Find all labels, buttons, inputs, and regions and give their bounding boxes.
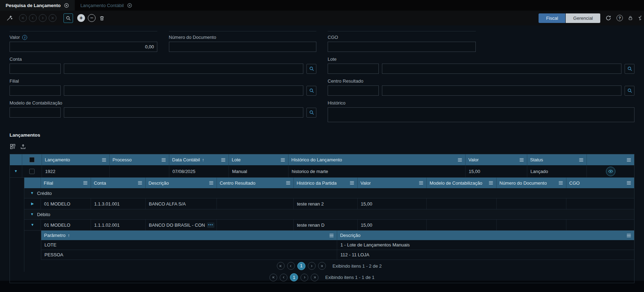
column-header-centro-resultado[interactable]: Centro Resultado [217,178,294,188]
fiscal-button[interactable]: Fiscal [539,13,565,23]
trash-icon[interactable] [99,15,105,21]
filial-code-input[interactable] [10,85,61,96]
add-button[interactable]: + [77,14,85,22]
column-header-historico[interactable]: Histórico do Lançamento [288,154,466,165]
debito-group-row[interactable]: ▼ Débito [24,209,634,220]
search-button[interactable] [63,13,73,23]
column-header-param-descricao[interactable]: Descrição [337,231,634,240]
column-header-historico-partida[interactable]: Histórico da Partida [294,178,358,188]
centro-resultado-lookup-button[interactable] [625,86,634,96]
column-header-descricao[interactable]: Descrição [146,178,217,188]
help-icon[interactable]: ? [616,15,623,21]
lote-lookup-button[interactable] [625,64,634,74]
conta-desc-input[interactable] [64,64,303,74]
previous-page-button[interactable] [287,262,295,270]
expand-row-icon[interactable]: ▶ [31,202,34,205]
column-menu-icon[interactable] [161,158,166,162]
column-menu-icon[interactable] [626,158,631,162]
tab-lancamento-contabil[interactable]: Lançamento Contábil [75,0,138,11]
info-icon[interactable]: i [22,35,27,40]
column-menu-icon[interactable] [519,158,524,162]
column-header-lote[interactable]: Lote [229,154,288,165]
modelo-desc-input[interactable] [64,107,303,118]
numero-documento-input[interactable] [169,42,317,52]
page-number-button[interactable]: 1 [297,262,305,270]
manage-columns-icon[interactable] [10,143,16,150]
column-menu-icon[interactable] [350,181,354,185]
column-menu-icon[interactable] [457,158,462,162]
table-row[interactable]: ▼ 1922 07/08/2025 Manual historico de ma… [10,165,634,178]
column-menu-icon[interactable] [280,158,285,162]
first-page-button[interactable] [277,262,285,270]
column-header-lancamento[interactable]: Lançamento [42,154,110,165]
column-header-conta[interactable]: Conta [91,178,146,188]
column-header-cgo[interactable]: CGO [566,178,634,188]
next-record-icon[interactable] [39,14,47,22]
select-all-checkbox[interactable] [29,157,35,162]
lock-icon[interactable] [628,15,633,21]
column-menu-icon[interactable] [83,181,88,185]
refresh-icon[interactable] [605,15,612,21]
modelo-code-input[interactable] [10,107,61,118]
modelo-lookup-button[interactable] [306,108,316,118]
debito-group-expander-icon[interactable]: ▼ [30,213,34,216]
lote-code-input[interactable] [328,64,379,74]
column-header-filial[interactable]: Filial [41,178,91,188]
column-menu-icon[interactable] [329,233,334,238]
centro-resultado-code-input[interactable] [328,85,379,96]
view-row-button[interactable] [606,167,615,176]
close-tab-icon[interactable] [64,3,69,8]
parameter-row[interactable]: PESSOA 112 - 11 LOJA [41,250,634,260]
column-header-detail-valor[interactable]: Valor [358,178,427,188]
column-header-numero-documento[interactable]: Número do Documento [497,178,566,188]
column-menu-icon[interactable] [626,181,631,185]
historico-input[interactable] [328,107,634,122]
detail-row-debito[interactable]: ▼ 01 MODELO 1.1.1.02.001 BANCO DO BRASIL… [24,220,634,231]
column-menu-icon[interactable] [221,158,226,162]
column-header-valor[interactable]: Valor [466,154,527,165]
page-number-button[interactable]: 1 [290,273,298,281]
column-header-status[interactable]: Status [527,154,587,165]
detail-row-credito[interactable]: ▶ 01 MODELO 1.1.3.01.001 BANCO ALFA S/A … [24,198,634,209]
last-page-button[interactable] [318,262,326,270]
centro-resultado-desc-input[interactable] [382,85,621,96]
parameter-row[interactable]: LOTE 1 - Lote de Lançamentos Manuais [41,240,634,250]
filial-desc-input[interactable] [64,85,303,96]
column-header-data-contabil[interactable]: Data Contábil↑ [169,154,229,165]
column-header-processo[interactable]: Processo [110,154,169,165]
column-menu-icon[interactable] [102,158,107,162]
last-page-button[interactable] [311,274,318,281]
overflow-ellipsis-icon[interactable]: ••• [207,222,214,228]
column-menu-icon[interactable] [419,181,424,185]
filial-lookup-button[interactable] [306,86,316,96]
next-page-button[interactable] [300,274,308,281]
valor-input[interactable] [10,42,157,52]
previous-page-button[interactable] [280,274,287,281]
last-record-icon[interactable] [49,14,56,22]
close-tab-icon[interactable] [127,3,132,8]
credito-group-row[interactable]: ▼ Crédito [24,188,634,198]
collapse-row-icon[interactable]: ▼ [14,169,18,173]
row-checkbox[interactable] [29,169,35,174]
first-record-icon[interactable] [19,14,27,22]
column-menu-icon[interactable] [626,233,631,238]
magic-wand-icon[interactable] [6,15,13,21]
star-icon[interactable] [638,15,641,21]
next-page-button[interactable] [308,262,316,270]
collapse-row-icon[interactable]: ▼ [31,223,34,227]
cgo-input[interactable] [328,42,476,52]
credito-group-expander-icon[interactable]: ▼ [30,191,34,195]
column-menu-icon[interactable] [286,181,291,185]
lote-desc-input[interactable] [382,64,621,74]
gerencial-button[interactable]: Gerencial [566,13,600,23]
first-page-button[interactable] [269,274,277,281]
tab-pesquisa-de-lancamento[interactable]: Pesquisa de Lançamento [0,0,75,11]
previous-record-icon[interactable] [29,14,37,22]
column-menu-icon[interactable] [488,181,493,185]
conta-lookup-button[interactable] [306,64,316,74]
column-menu-icon[interactable] [558,181,563,185]
column-menu-icon[interactable] [209,181,214,185]
remove-button[interactable]: − [88,14,96,22]
column-header-modelo[interactable]: Modelo de Contabilização [427,178,497,188]
export-icon[interactable] [20,143,26,150]
